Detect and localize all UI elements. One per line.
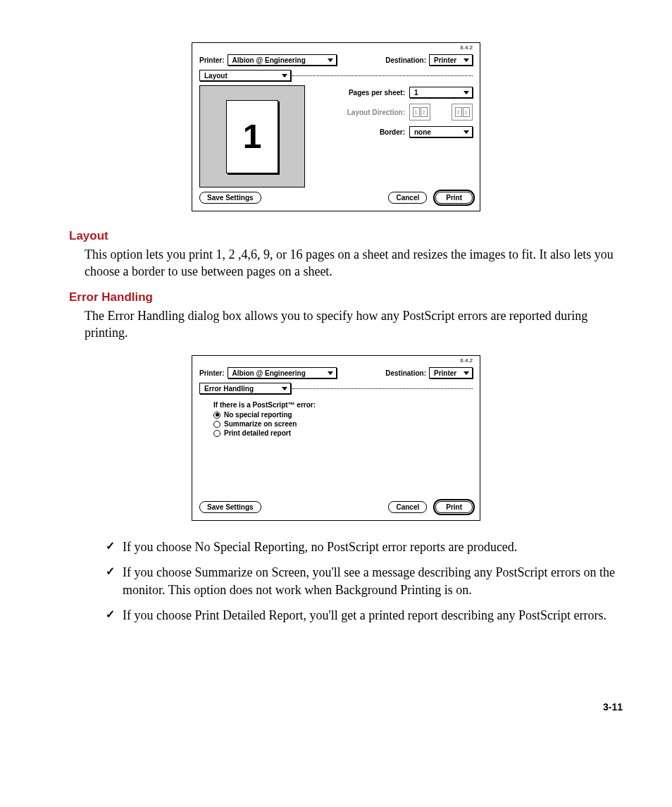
printer-label: Printer: [199, 369, 225, 377]
layout-dialog-figure: 8.4.2 Printer: Albion @ Engineering Dest… [42, 42, 630, 211]
preview-page-number: 1 [243, 117, 262, 156]
radio-icon [213, 430, 220, 437]
radio-label: No special reporting [224, 411, 292, 419]
chevron-down-icon [463, 130, 469, 134]
chevron-down-icon [282, 387, 287, 390]
radio-icon [213, 421, 220, 428]
panel-dropdown[interactable]: Error Handling [199, 383, 291, 394]
error-handling-body: The Error Handling dialog box allows you… [85, 307, 616, 342]
destination-value: Printer [434, 369, 456, 377]
preview-page: 1 [226, 100, 278, 173]
pages-per-sheet-value: 1 [414, 89, 418, 97]
save-settings-button[interactable]: Save Settings [199, 192, 261, 204]
radio-label: Print detailed report [224, 429, 291, 437]
layout-heading: Layout [69, 229, 630, 243]
border-label: Border: [380, 128, 405, 136]
pages-per-sheet-dropdown[interactable]: 1 [409, 87, 473, 98]
chevron-down-icon [463, 58, 469, 62]
layout-dialog: 8.4.2 Printer: Albion @ Engineering Dest… [192, 42, 480, 211]
chevron-down-icon [328, 58, 333, 62]
pages-per-sheet-label: Pages per sheet: [349, 89, 405, 97]
bullet-list: If you choose No Special Reporting, no P… [106, 538, 616, 624]
chevron-down-icon [282, 74, 287, 78]
layout-direction-lr-button[interactable]: 1 2 [409, 104, 430, 121]
chevron-down-icon [328, 371, 333, 375]
printer-value: Albion @ Engineering [232, 369, 306, 377]
printer-value: Albion @ Engineering [232, 56, 306, 64]
panel-dropdown[interactable]: Layout [199, 70, 291, 81]
destination-value: Printer [434, 56, 456, 64]
destination-label: Destination: [385, 369, 426, 377]
mini-page: 2 [421, 107, 428, 117]
print-button[interactable]: Print [435, 192, 473, 204]
radio-label: Summarize on screen [224, 420, 297, 428]
version-label: 8.4.2 [460, 357, 473, 364]
layout-direction-rl-button[interactable]: 2 1 [452, 104, 473, 121]
mini-page: 1 [463, 107, 470, 117]
bullet-item: If you choose No Special Reporting, no P… [106, 538, 616, 555]
version-label: 8.4.2 [460, 44, 473, 51]
radio-summarize[interactable]: Summarize on screen [213, 420, 473, 428]
printer-dropdown[interactable]: Albion @ Engineering [228, 54, 337, 66]
panel-value: Error Handling [204, 385, 254, 393]
printer-dropdown[interactable]: Albion @ Engineering [228, 367, 337, 378]
bullet-item: If you choose Print Detailed Report, you… [106, 607, 616, 624]
layout-preview: 1 [199, 85, 305, 187]
bullet-item: If you choose Summarize on Screen, you'l… [106, 564, 616, 598]
destination-dropdown[interactable]: Printer [429, 367, 473, 378]
border-value: none [414, 128, 431, 136]
error-dialog-figure: 8.4.2 Printer: Albion @ Engineering Dest… [42, 355, 630, 521]
cancel-button[interactable]: Cancel [388, 192, 427, 204]
radio-detailed[interactable]: Print detailed report [213, 429, 473, 437]
panel-value: Layout [204, 72, 228, 80]
divider [292, 388, 473, 389]
layout-body: This option lets you print 1, 2 ,4,6, 9,… [85, 246, 616, 281]
chevron-down-icon [463, 91, 469, 94]
mini-page: 2 [455, 107, 462, 117]
mini-page: 1 [413, 107, 420, 117]
destination-dropdown[interactable]: Printer [429, 54, 473, 66]
border-dropdown[interactable]: none [409, 126, 473, 137]
error-handling-heading: Error Handling [69, 290, 630, 304]
error-group-label: If there is a PostScript™ error: [213, 401, 473, 409]
save-settings-button[interactable]: Save Settings [199, 501, 261, 513]
layout-direction-label: Layout Direction: [347, 109, 405, 116]
divider [292, 75, 473, 76]
error-handling-dialog: 8.4.2 Printer: Albion @ Engineering Dest… [192, 355, 480, 521]
cancel-button[interactable]: Cancel [388, 501, 427, 513]
page-number: 3-11 [42, 701, 623, 713]
chevron-down-icon [463, 371, 469, 375]
print-button[interactable]: Print [435, 501, 473, 513]
radio-no-special[interactable]: No special reporting [213, 411, 473, 419]
destination-label: Destination: [385, 56, 426, 64]
printer-label: Printer: [199, 56, 225, 64]
radio-icon [213, 412, 220, 419]
